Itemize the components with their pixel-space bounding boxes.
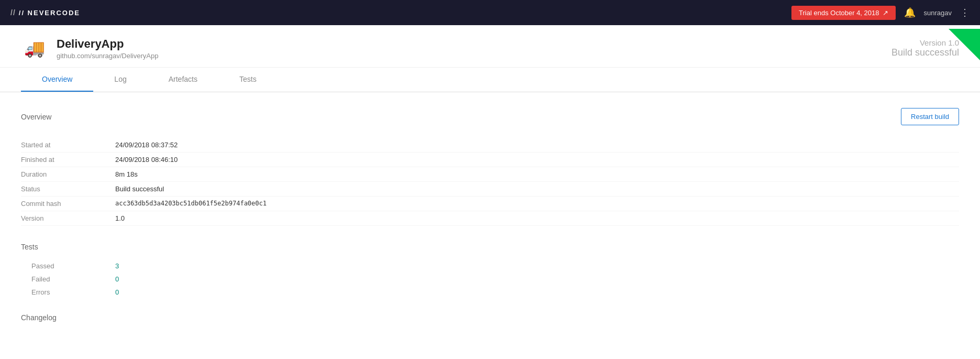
details-label-finished: Finished at [21,156,115,164]
tests-row-failed: Failed 0 [21,273,959,286]
restart-build-button[interactable]: Restart build [901,108,959,125]
details-row-duration: Duration 8m 18s [21,167,959,182]
tests-value-failed: 0 [115,275,119,283]
logo-text: // NEVERCODE [19,9,80,17]
tab-bar: Overview Log Artefacts Tests [0,68,980,92]
success-ribbon [949,29,980,60]
details-label-started: Started at [21,141,115,149]
app-info: 🚚 DeliveryApp github.com/sunragav/Delive… [21,35,158,62]
tests-row-errors: Errors 0 [21,286,959,299]
app-title-group: DeliveryApp github.com/sunragav/Delivery… [57,37,158,60]
details-table: Started at 24/09/2018 08:37:52 Finished … [21,138,959,226]
tab-log[interactable]: Log [93,68,147,92]
logo-slashes: // [10,8,16,17]
details-row-version: Version 1.0 [21,211,959,226]
more-options-icon[interactable]: ⋮ [960,7,970,18]
tests-label-failed: Failed [31,275,115,283]
delivery-truck-icon: 🚚 [24,38,45,58]
tests-section-title: Tests [21,243,959,251]
overview-header: Overview Restart build [21,108,959,125]
tests-label-passed: Passed [31,262,115,270]
details-row-started: Started at 24/09/2018 08:37:52 [21,138,959,153]
nav-right: Trial ends October 4, 2018 ↗ 🔔 sunragav … [791,6,970,20]
changelog-section-title: Changelog [21,313,959,322]
trial-label: Trial ends October 4, 2018 [799,9,879,17]
tests-value-errors: 0 [115,288,119,296]
details-value-status: Build successful [115,185,164,193]
tab-tests[interactable]: Tests [218,68,278,92]
tests-section: Tests Passed 3 Failed 0 Errors 0 [21,243,959,299]
details-row-commit: Commit hash acc363db5d3a4203bc51db061f5e… [21,197,959,211]
details-label-version: Version [21,214,115,222]
details-label-commit: Commit hash [21,200,115,208]
details-row-finished: Finished at 24/09/2018 08:46:10 [21,153,959,167]
main-content: Overview Restart build Started at 24/09/… [0,92,980,344]
tab-artefacts[interactable]: Artefacts [148,68,218,92]
overview-section-title: Overview [21,113,51,121]
details-row-status: Status Build successful [21,182,959,197]
details-label-status: Status [21,185,115,193]
top-navigation: // // NEVERCODE Trial ends October 4, 20… [0,0,980,25]
tests-label-errors: Errors [31,288,115,296]
app-icon: 🚚 [21,35,48,62]
build-status-group: Version 1.0 Build successful [891,38,959,58]
tests-value-passed: 3 [115,262,119,270]
external-link-icon: ↗ [883,9,888,17]
trial-badge[interactable]: Trial ends October 4, 2018 ↗ [791,6,895,20]
details-value-finished: 24/09/2018 08:46:10 [115,156,178,164]
notification-bell-icon[interactable]: 🔔 [904,7,916,18]
tab-overview[interactable]: Overview [21,68,93,92]
app-header: 🚚 DeliveryApp github.com/sunragav/Delive… [0,25,980,68]
tests-row-passed: Passed 3 [21,259,959,273]
app-subtitle: github.com/sunragav/DeliveryApp [57,52,158,60]
username-label: sunragav [924,9,952,17]
details-value-duration: 8m 18s [115,170,138,178]
changelog-section: Changelog [21,313,959,322]
details-label-duration: Duration [21,170,115,178]
details-value-commit: acc363db5d3a4203bc51db061f5e2b974fa0e0c1 [115,200,267,208]
logo: // // NEVERCODE [10,8,80,17]
details-value-version: 1.0 [115,214,125,222]
app-title: DeliveryApp [57,37,158,51]
details-value-started: 24/09/2018 08:37:52 [115,141,178,149]
